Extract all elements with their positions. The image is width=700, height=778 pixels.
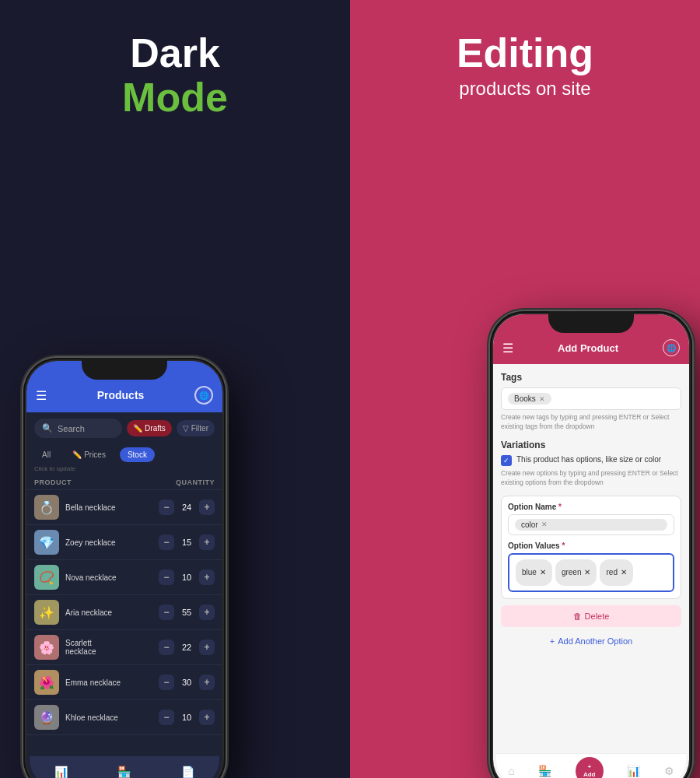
table-row: 📿 Nova necklace − 10 +: [26, 560, 222, 595]
qty-plus[interactable]: +: [199, 499, 215, 515]
drafts-button[interactable]: ✏️ Drafts: [127, 420, 172, 436]
product-thumb: 💍: [34, 495, 59, 520]
tab-prices[interactable]: ✏️ Prices: [65, 447, 114, 462]
right-phone-frame: ☰ Add Product 🌐 Tags Books ✕ Create new …: [490, 311, 692, 778]
right-nav-chart-icon[interactable]: 📊: [627, 765, 640, 777]
subtitle-label: products on site: [457, 75, 593, 102]
globe-icon[interactable]: 🌐: [194, 386, 213, 405]
tags-hint: Create new tags by typing and pressing E…: [501, 413, 681, 432]
option-name-field[interactable]: color ✕: [508, 514, 674, 535]
nav-store-icon[interactable]: 🏪: [117, 766, 131, 778]
option-values-box[interactable]: blue ✕ green ✕ red ✕: [508, 553, 674, 592]
add-another-label: Add Another Option: [558, 636, 632, 646]
qty-plus[interactable]: +: [199, 710, 215, 725]
qty-plus[interactable]: +: [199, 605, 215, 620]
table-row: 🔮 Khloe necklace − 10 +: [26, 700, 222, 735]
product-name: Zoey necklace: [65, 538, 152, 547]
dark-label: Dark: [122, 31, 228, 75]
value-label: blue: [522, 568, 537, 576]
right-nav-store-icon[interactable]: 🏪: [538, 765, 551, 777]
qty-value: 24: [179, 503, 194, 512]
menu-icon[interactable]: ☰: [36, 388, 47, 403]
qty-minus[interactable]: −: [159, 605, 174, 620]
add-another-option-button[interactable]: + Add Another Option: [501, 632, 681, 650]
right-panel: Editing products on site ☰ Add Product 🌐…: [350, 0, 700, 778]
left-bottom-nav: 📊 🏪 📄: [30, 756, 219, 778]
qty-value: 15: [179, 538, 194, 547]
right-bottom-nav: ⌂ 🏪 + Add 📊 ⚙: [496, 753, 686, 778]
tag-books: Books ✕: [508, 393, 551, 405]
value-tag-green: green ✕: [555, 559, 597, 586]
table-header: PRODUCT QUANTITY: [26, 475, 222, 490]
qty-minus[interactable]: −: [159, 534, 174, 550]
qty-minus[interactable]: −: [159, 569, 174, 585]
editing-label: Editing: [457, 31, 593, 75]
value-tag-red: red ✕: [600, 559, 632, 586]
left-phone-frame: ☰ Products 🌐 🔍 Search ✏️ Drafts ▽: [23, 358, 226, 778]
product-thumb: ✨: [34, 600, 59, 625]
tab-all[interactable]: All: [34, 447, 58, 462]
qty-control: − 15 +: [159, 534, 215, 550]
qty-plus[interactable]: +: [199, 534, 215, 550]
right-phone-screen: ☰ Add Product 🌐 Tags Books ✕ Create new …: [493, 314, 689, 778]
qty-minus[interactable]: −: [159, 710, 174, 725]
value-label: green: [562, 568, 582, 576]
product-list: 💍 Bella necklace − 24 + 💎 Zoey necklace …: [26, 490, 222, 735]
value-remove-icon[interactable]: ✕: [540, 568, 546, 576]
search-text: Search: [58, 424, 85, 433]
right-globe-icon[interactable]: 🌐: [663, 339, 680, 356]
tab-stock[interactable]: Stock: [120, 447, 155, 462]
qty-plus[interactable]: +: [199, 640, 215, 655]
left-phone-wrapper: ☰ Products 🌐 🔍 Search ✏️ Drafts ▽: [23, 358, 226, 778]
left-header-title: Products: [97, 389, 145, 401]
product-name: Bella necklace: [65, 503, 152, 512]
tags-section-title: Tags: [501, 372, 681, 383]
add-button[interactable]: + Add: [576, 757, 604, 779]
filter-button[interactable]: ▽ Filter: [177, 420, 215, 436]
qty-control: − 10 +: [159, 569, 215, 585]
right-header-title: Add Product: [558, 342, 618, 354]
product-thumb: 💎: [34, 530, 59, 555]
left-title: Dark Mode: [122, 31, 228, 120]
value-label: red: [606, 568, 617, 576]
qty-minus[interactable]: −: [159, 499, 174, 515]
right-nav-settings-icon[interactable]: ⚙: [664, 765, 674, 777]
add-icon: +: [550, 636, 555, 646]
product-name: Scarlettnecklace: [65, 639, 152, 656]
qty-value: 10: [179, 713, 194, 722]
product-thumb: 🔮: [34, 705, 59, 730]
tag-label: Books: [514, 394, 536, 403]
qty-value: 22: [179, 643, 194, 652]
filter-label: Filter: [191, 424, 208, 433]
product-name: Khloe necklace: [65, 713, 152, 722]
nav-doc-icon[interactable]: 📄: [181, 766, 194, 778]
value-remove-icon[interactable]: ✕: [584, 568, 590, 576]
qty-plus[interactable]: +: [199, 569, 215, 585]
table-row: 🌸 Scarlettnecklace − 22 +: [26, 630, 222, 665]
table-row: 💍 Bella necklace − 24 +: [26, 490, 222, 525]
drafts-icon: ✏️: [133, 424, 142, 433]
add-btn-plus: +: [587, 763, 591, 770]
value-remove-icon[interactable]: ✕: [621, 568, 627, 576]
tags-box[interactable]: Books ✕: [501, 387, 681, 410]
right-menu-icon[interactable]: ☰: [502, 341, 513, 356]
drafts-label: Drafts: [145, 424, 166, 433]
option-name-remove-icon[interactable]: ✕: [541, 520, 548, 528]
delete-button[interactable]: 🗑 Delete: [501, 605, 681, 627]
qty-minus[interactable]: −: [159, 640, 174, 655]
delete-label: Delete: [585, 612, 610, 621]
nav-chart-icon[interactable]: 📊: [54, 766, 68, 778]
variations-checkbox[interactable]: ✓: [501, 455, 512, 466]
qty-minus[interactable]: −: [159, 675, 174, 690]
qty-control: − 24 +: [159, 499, 215, 515]
qty-plus[interactable]: +: [199, 675, 215, 690]
tag-remove-icon[interactable]: ✕: [539, 395, 545, 403]
option-name-tag: color ✕: [515, 519, 667, 531]
option-values-req: *: [562, 541, 565, 550]
col-quantity: QUANTITY: [176, 478, 215, 486]
qty-value: 10: [179, 573, 194, 582]
right-nav-home-icon[interactable]: ⌂: [508, 765, 514, 777]
table-row: 🌺 Emma necklace − 30 +: [26, 665, 222, 700]
option-values-label: Option Values *: [508, 541, 674, 550]
search-box[interactable]: 🔍 Search: [34, 419, 122, 438]
